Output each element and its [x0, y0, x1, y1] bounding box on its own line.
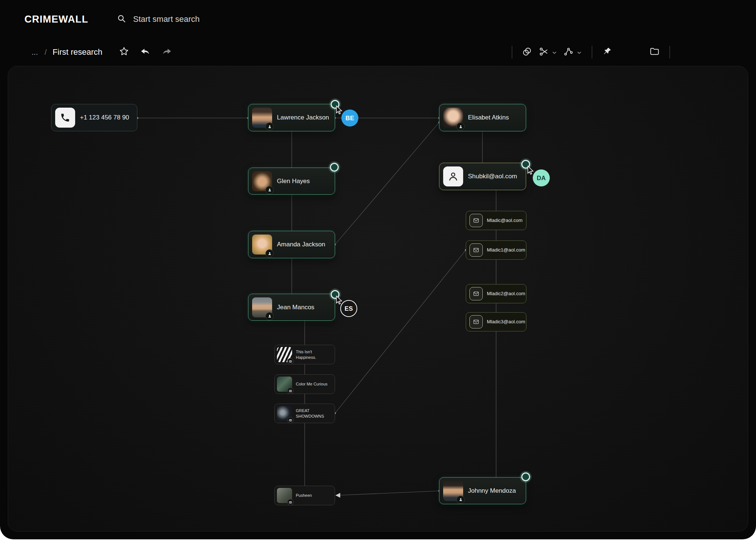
node-label: Shubkil@aol.com — [468, 172, 517, 180]
node-glen-hayes[interactable]: Glen Hayes — [248, 168, 335, 195]
toolbar-right-group — [505, 38, 677, 66]
mail-icon — [469, 243, 483, 257]
chevron-down-icon[interactable] — [577, 49, 581, 55]
graph-layout-icon — [563, 47, 573, 58]
search-placeholder: Start smart search — [133, 14, 200, 24]
user-badge-da: DA — [533, 169, 550, 186]
page-title: First research — [53, 47, 102, 57]
search-icon — [117, 14, 126, 25]
selection-ring — [521, 472, 530, 481]
ellipse-select-button[interactable] — [519, 44, 535, 60]
top-bar: CRIMEWALL Start smart search — [0, 0, 756, 38]
node-mladic1-email[interactable]: Mladic1@aol.com — [466, 240, 526, 260]
node-label: Johnny Mendoza — [468, 487, 516, 495]
node-label: This Isn't Happiness. — [296, 349, 331, 360]
node-lawrence-jackson[interactable]: Lawrence Jackson — [248, 104, 335, 131]
person-badge-icon — [456, 496, 465, 504]
node-label: Jean Mancos — [277, 303, 314, 311]
node-label: Lawrence Jackson — [277, 114, 329, 121]
image-thumbnail — [277, 377, 292, 392]
node-label: Mladic@aol.com — [487, 218, 522, 223]
person-badge-icon — [265, 249, 274, 257]
toolbar-divider — [512, 46, 512, 58]
user-badge-be: BE — [341, 109, 358, 127]
camera-badge-icon — [287, 388, 294, 394]
node-label: Glen Hayes — [277, 177, 310, 185]
node-image-showdowns[interactable]: GREAT SHOWDOWNS — [274, 404, 335, 423]
avatar — [252, 297, 272, 317]
pin-icon — [602, 47, 612, 58]
phone-icon — [55, 108, 75, 128]
toolbar-divider — [669, 46, 670, 58]
node-label: Pusheen — [296, 493, 312, 498]
undo-button[interactable] — [137, 44, 154, 60]
cut-icon — [539, 47, 549, 58]
ellipse-select-icon — [522, 47, 532, 58]
cut-button[interactable] — [535, 44, 552, 60]
image-thumbnail — [277, 406, 292, 421]
avatar — [252, 235, 272, 255]
mail-icon — [469, 315, 483, 328]
node-image-happiness[interactable]: This Isn't Happiness. — [274, 345, 335, 364]
node-image-curious[interactable]: Color Me Curious — [274, 374, 335, 394]
chevron-down-icon[interactable] — [552, 49, 556, 55]
node-amanda-jackson[interactable]: Amanda Jackson — [248, 231, 335, 258]
app-window: CRIMEWALL Start smart search ... / First… — [0, 0, 756, 539]
user-badge-es: ES — [340, 300, 357, 317]
camera-badge-icon — [287, 499, 294, 505]
brand-logo: CRIMEWALL — [24, 14, 88, 25]
image-thumbnail — [277, 488, 292, 503]
pin-button[interactable] — [599, 44, 615, 60]
node-mladic3-email[interactable]: Mladic3@aol.com — [466, 312, 526, 331]
node-mladic2-email[interactable]: Mladic2@aol.com — [466, 284, 526, 303]
node-label: GREAT SHOWDOWNS — [296, 408, 331, 419]
node-phone[interactable]: +1 123 456 78 90 — [51, 104, 137, 131]
person-badge-icon — [456, 122, 465, 131]
avatar — [443, 481, 463, 501]
mail-icon — [469, 214, 483, 227]
favorite-star-button[interactable] — [116, 44, 132, 60]
node-jean-mancos[interactable]: Jean Mancos — [248, 294, 335, 321]
image-thumbnail — [277, 347, 292, 362]
node-elisabet-atkins[interactable]: Elisabet Atkins — [439, 104, 526, 131]
node-label: Elisabet Atkins — [468, 114, 509, 121]
folder-button[interactable] — [646, 44, 663, 60]
node-label: Color Me Curious — [296, 381, 328, 387]
selection-ring — [330, 163, 339, 172]
node-label: Amanda Jackson — [277, 240, 325, 248]
node-mladic-email[interactable]: Mladic@aol.com — [466, 211, 526, 230]
graph-layout-button[interactable] — [560, 44, 576, 60]
node-johnny-mendoza[interactable]: Johnny Mendoza — [439, 477, 526, 504]
avatar — [252, 171, 272, 191]
redo-icon — [162, 47, 172, 58]
toolbar-divider — [592, 46, 592, 58]
camera-badge-icon — [287, 358, 294, 364]
person-badge-icon — [265, 312, 274, 320]
breadcrumb-ellipsis[interactable]: ... — [31, 48, 38, 57]
graph-canvas[interactable]: +1 123 456 78 90 Lawrence Jackson Elisab… — [8, 66, 748, 532]
node-label: Mladic2@aol.com — [487, 291, 525, 297]
undo-icon — [140, 47, 150, 58]
camera-badge-icon — [287, 417, 294, 423]
node-label: Mladic1@aol.com — [487, 247, 525, 253]
avatar — [252, 108, 272, 128]
toolbar: ... / First research — [0, 38, 756, 66]
star-icon — [119, 46, 129, 58]
breadcrumb-separator: / — [45, 48, 47, 57]
person-badge-icon — [265, 122, 274, 131]
smart-search-input[interactable]: Start smart search — [117, 14, 200, 25]
edge-layer — [8, 66, 748, 532]
node-label: Mladic3@aol.com — [487, 319, 525, 325]
node-image-pusheen[interactable]: Pusheen — [274, 486, 335, 505]
avatar — [443, 108, 463, 128]
mail-icon — [469, 287, 483, 300]
redo-button[interactable] — [159, 44, 175, 60]
node-label: +1 123 456 78 90 — [80, 114, 129, 121]
person-badge-icon — [265, 186, 274, 194]
account-icon — [443, 166, 463, 186]
folder-icon — [649, 46, 660, 58]
node-shubkil-account[interactable]: Shubkil@aol.com — [439, 163, 526, 190]
